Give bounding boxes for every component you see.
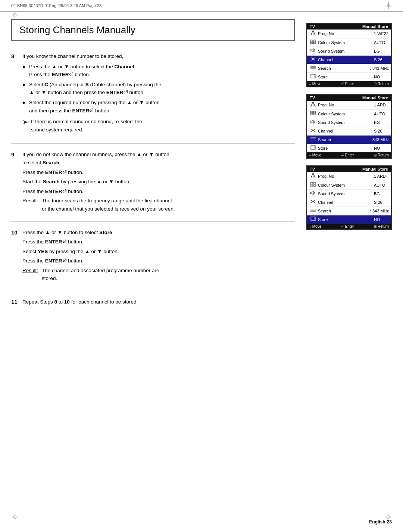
store-icon-1 [309, 74, 317, 80]
tv-row-store-1: Store : NO [307, 73, 391, 81]
step-9-intro: If you do not know the channel numbers, … [22, 150, 295, 167]
note-arrow-icon: ➤ [22, 118, 28, 127]
step-11-intro: Repeat Steps 8 to 10 for each channel to… [22, 298, 295, 306]
tv-row-store-2: Store : NO [307, 144, 391, 152]
tv-screen-2: TV Manual Store Prog. No : 1 ARD Colour [306, 94, 392, 159]
right-panel: TV Manual Store Prog. No : 1 WE22 Colour [306, 19, 392, 321]
svg-marker-39 [310, 191, 313, 195]
search-icon-3 [309, 208, 317, 214]
step-9-number: 9 [11, 150, 22, 214]
search-value-3: 343 MHz [372, 208, 389, 214]
tv-row-colour-3: Colour System : AUTO [307, 181, 391, 190]
tv-screen-3-title: Manual Store [362, 167, 388, 171]
speaker-icon-2 [309, 119, 317, 126]
tv-row-prog-1: Prog. No : 1 WE22 [307, 29, 391, 38]
prog-no-label-1: Prog. No [318, 31, 370, 37]
step-10-line2: Select YES by pressing the ▲ or ▼ button… [22, 248, 295, 256]
channel-icon-3 [309, 199, 317, 206]
svg-line-0 [311, 30, 313, 35]
search-value-2: 343 MHz [372, 137, 389, 143]
tv-screen-3: TV Manual Store Prog. No : 1 ARD Colour [306, 165, 392, 230]
prog-no-value-1: 1 WE22 [374, 31, 389, 37]
step-10-intro: Press the ▲ or ▼ button to select Store. [22, 228, 295, 237]
svg-rect-21 [310, 113, 313, 115]
prog-no-value-3: 1 ARD [374, 173, 389, 180]
step-9-result: Result: The tuner scans the frequency ra… [22, 197, 295, 213]
result-text-10: The channel and associated programme num… [42, 267, 295, 283]
footer-enter-2: ⏎ Enter [341, 153, 354, 157]
svg-line-32 [311, 173, 313, 178]
page-content: Storing Channels Manually 8 If you know … [0, 12, 403, 332]
tv-row-channel-2: Channel : S 26 [307, 127, 391, 136]
tv-row-colour-2: Colour System : AUTO [307, 110, 391, 118]
colour-label-2: Colour System [318, 111, 370, 117]
tv-row-search-2: Search : 343 MHz [307, 136, 391, 144]
tv-screen-3-label: TV [310, 167, 315, 171]
tv-screen-1-footer: ⬦ Move ⏎ Enter ⊞ Return [307, 81, 391, 87]
tv-screen-3-body: Prog. No : 1 ARD Colour System : AUTO [307, 172, 391, 224]
tv-row-sound-3: Sound System : BG [307, 190, 391, 198]
channel-value-3: S 26 [374, 199, 389, 206]
result-label-9: Result: [22, 197, 38, 213]
tv-screen-2-label: TV [310, 96, 315, 100]
step-8-content: If you know the channel number to be sto… [22, 52, 295, 137]
search-icon-1 [309, 65, 317, 72]
prog-no-label-3: Prog. No [318, 173, 370, 180]
svg-rect-45 [311, 217, 315, 221]
search-label-1: Search [318, 65, 368, 72]
footer-return-2: ⊞ Return [374, 153, 389, 157]
sound-label-1: Sound System [318, 48, 370, 55]
step-8: 8 If you know the channel number to be s… [11, 52, 295, 144]
step-11: 11 Repeat Steps 8 to 10 for each channel… [11, 298, 295, 314]
tv-screen-1: TV Manual Store Prog. No : 1 WE22 Colour [306, 23, 392, 87]
colour-icon-3 [309, 182, 317, 189]
tv-screen-2-body: Prog. No : 1 ARD Colour System : AUTO [307, 101, 391, 152]
step-10-number: 10 [11, 228, 22, 284]
step-8-note: ➤ If there is normal sound or no sound, … [22, 118, 295, 134]
svg-rect-4 [313, 40, 316, 41]
store-icon-3 [309, 216, 317, 223]
svg-rect-3 [310, 40, 313, 41]
step-10-content: Press the ▲ or ▼ button to select Store.… [22, 228, 295, 284]
channel-value-1: S 26 [374, 57, 389, 63]
tv-row-store-3: Store : NO [307, 215, 391, 224]
tv-screen-2-header: TV Manual Store [307, 95, 391, 101]
svg-rect-35 [310, 183, 313, 184]
step-8-number: 8 [11, 52, 22, 137]
tv-screen-3-header: TV Manual Store [307, 166, 391, 172]
step-8-bullet-3: Select the required number by pressing t… [22, 99, 295, 115]
footer-enter-3: ⏎ Enter [341, 224, 354, 228]
result-label-10: Result: [22, 267, 38, 283]
step-11-content: Repeat Steps 8 to 10 for each channel to… [22, 298, 295, 308]
step-9: 9 If you do not know the channel numbers… [11, 150, 295, 221]
channel-label-2: Channel [318, 128, 370, 134]
search-icon-2 [309, 136, 317, 143]
tv-row-search-1: Search : 343 MHz [307, 64, 391, 73]
svg-rect-20 [313, 111, 316, 113]
svg-rect-22 [313, 113, 316, 115]
search-value-1: 343 MHz [372, 65, 389, 72]
tv-row-search-3: Search : 343 MHz [307, 207, 391, 215]
tv-screen-1-body: Prog. No : 1 WE22 Colour System : AUTO [307, 29, 391, 81]
header-text: 02-BN68-00437D-01Eng 2/9/04 3:26 AM Page… [11, 3, 101, 8]
step-10: 10 Press the ▲ or ▼ button to select Sto… [11, 228, 295, 292]
svg-rect-38 [313, 185, 316, 186]
step-9-line1: Press the ENTER⏎ button. [22, 168, 295, 177]
svg-line-33 [313, 173, 315, 178]
tv-row-sound-2: Sound System : BG [307, 118, 391, 127]
antenna-icon-1 [309, 30, 317, 37]
tv-screen-3-footer: ⬦ Move ⏎ Enter ⊞ Return [307, 224, 391, 229]
channel-value-2: S 26 [374, 128, 389, 134]
page-title: Storing Channels Manually [19, 24, 287, 36]
svg-rect-13 [311, 74, 315, 78]
step-11-number: 11 [11, 298, 22, 308]
svg-rect-19 [310, 111, 313, 113]
store-label-3: Store [318, 217, 370, 223]
channel-icon-2 [309, 128, 317, 134]
channel-label-1: Channel [318, 57, 370, 63]
step-8-bullet-1: Press the ▲ or ▼ button to select the Ch… [22, 63, 295, 79]
tv-row-prog-2: Prog. No : 1 ARD [307, 101, 391, 110]
search-label-2: Search [318, 137, 368, 143]
store-label-1: Store [318, 74, 370, 80]
tv-row-prog-3: Prog. No : 1 ARD [307, 172, 391, 181]
